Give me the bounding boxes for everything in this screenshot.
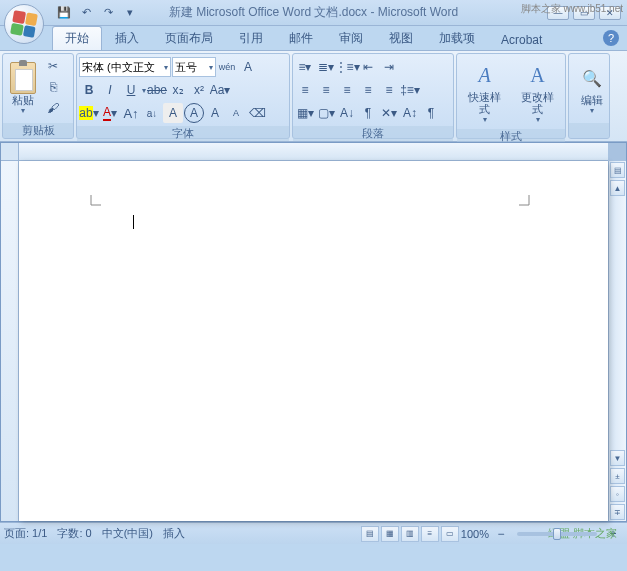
zoom-slider[interactable] <box>517 532 597 536</box>
vertical-scrollbar[interactable]: ▤ ▲ ▼ ± ◦ ∓ <box>608 161 626 521</box>
editing-button[interactable]: 🔍 编辑 ▾ <box>571 56 613 121</box>
watermark-text: 脚本之家 www.jb51.net <box>521 2 623 16</box>
align-left-button[interactable]: ≡ <box>295 80 315 100</box>
ruler-corner <box>1 143 19 161</box>
vertical-ruler[interactable] <box>1 161 19 521</box>
shrink-font-button[interactable]: a↓ <box>142 103 162 123</box>
status-page[interactable]: 页面: 1/1 <box>4 526 47 541</box>
tab-mail[interactable]: 邮件 <box>276 26 326 50</box>
paste-button[interactable]: 粘贴 ▾ <box>5 56 41 121</box>
group-paragraph: ≡▾ ≣▾ ⋮≡▾ ⇤ ⇥ ≡ ≡ ≡ ≡ ≡ ‡≡▾ ▦▾ ▢▾ <box>292 53 454 139</box>
enclosed-char-button[interactable]: A <box>184 103 204 123</box>
scroll-down-icon[interactable]: ▼ <box>610 450 625 466</box>
highlight-button[interactable]: ab▾ <box>79 103 99 123</box>
status-words[interactable]: 字数: 0 <box>57 526 91 541</box>
tab-addins[interactable]: 加载项 <box>426 26 488 50</box>
quick-styles-button[interactable]: A 快速样式 ▾ <box>459 56 510 127</box>
number-list-button[interactable]: ≣▾ <box>316 57 336 77</box>
view-print-layout-button[interactable]: ▤ <box>361 526 379 542</box>
grow-font-button[interactable]: A↑ <box>121 103 141 123</box>
qat-customize-icon[interactable]: ▾ <box>120 4 140 22</box>
quick-styles-label: 快速样式 <box>464 91 505 115</box>
view-fullscreen-button[interactable]: ▦ <box>381 526 399 542</box>
shading-button[interactable]: ▦▾ <box>295 103 315 123</box>
status-mode[interactable]: 插入 <box>163 526 185 541</box>
line-spacing-button[interactable]: ‡≡▾ <box>400 80 420 100</box>
justify-button[interactable]: ≡ <box>358 80 378 100</box>
ruler-toggle-icon[interactable]: ▤ <box>610 162 625 178</box>
status-language[interactable]: 中文(中国) <box>102 526 153 541</box>
change-case-button[interactable]: Aa▾ <box>210 80 230 100</box>
tab-home[interactable]: 开始 <box>52 26 102 50</box>
tab-acrobat[interactable]: Acrobat <box>488 29 555 50</box>
align-center-button[interactable]: ≡ <box>316 80 336 100</box>
font-size-select[interactable]: 五号 <box>172 57 216 77</box>
window-title: 新建 Microsoft Office Word 文档.docx - Micro… <box>169 4 458 21</box>
zoom-out-button[interactable]: − <box>491 524 511 544</box>
tab-view[interactable]: 视图 <box>376 26 426 50</box>
group-clipboard: 粘贴 ▾ ✂ ⎘ 🖌 剪贴板 <box>2 53 74 139</box>
quick-styles-icon: A <box>469 59 501 91</box>
change-styles-button[interactable]: A 更改样式 ▾ <box>512 56 563 127</box>
office-logo-icon <box>10 10 38 38</box>
bullet-list-button[interactable]: ≡▾ <box>295 57 315 77</box>
view-outline-button[interactable]: ≡ <box>421 526 439 542</box>
zoom-level[interactable]: 100% <box>461 528 489 540</box>
browse-object-icon[interactable]: ◦ <box>610 486 625 502</box>
ribbon-tabs: 开始 插入 页面布局 引用 邮件 审阅 视图 加载项 Acrobat ? <box>0 26 627 50</box>
status-bar: 页面: 1/1 字数: 0 中文(中国) 插入 ▤ ▦ ▥ ≡ ▭ 100% −… <box>0 522 627 544</box>
next-page-icon[interactable]: ∓ <box>610 504 625 520</box>
decrease-indent-button[interactable]: ⇤ <box>358 57 378 77</box>
help-button[interactable]: ? <box>603 30 619 46</box>
font-name-select[interactable]: 宋体 (中文正文 <box>79 57 171 77</box>
multilevel-list-button[interactable]: ⋮≡▾ <box>337 57 357 77</box>
sort-button[interactable]: A↓ <box>337 103 357 123</box>
strikethrough-button[interactable]: abe <box>147 80 167 100</box>
font-group-label: 字体 <box>77 126 289 141</box>
group-editing: 🔍 编辑 ▾ <box>568 53 610 139</box>
qat-undo-icon[interactable]: ↶ <box>76 4 96 22</box>
shrink-font-alt-button[interactable]: A <box>226 103 246 123</box>
prev-page-icon[interactable]: ± <box>610 468 625 484</box>
change-styles-label: 更改样式 <box>517 91 558 115</box>
tab-insert[interactable]: 插入 <box>102 26 152 50</box>
tab-references[interactable]: 引用 <box>226 26 276 50</box>
char-border-button[interactable]: A <box>238 57 258 77</box>
subscript-button[interactable]: x₂ <box>168 80 188 100</box>
char-shading-button[interactable]: A <box>163 103 183 123</box>
change-styles-icon: A <box>522 59 554 91</box>
view-web-button[interactable]: ▥ <box>401 526 419 542</box>
align-right-button[interactable]: ≡ <box>337 80 357 100</box>
para-marks-button[interactable]: ¶ <box>421 103 441 123</box>
underline-button[interactable]: U <box>121 80 141 100</box>
view-draft-button[interactable]: ▭ <box>441 526 459 542</box>
superscript-button[interactable]: x² <box>189 80 209 100</box>
scroll-up-icon[interactable]: ▲ <box>610 180 625 196</box>
format-painter-button[interactable]: 🖌 <box>43 98 63 118</box>
zoom-thumb[interactable] <box>553 528 561 540</box>
office-button[interactable] <box>4 4 44 44</box>
bold-button[interactable]: B <box>79 80 99 100</box>
cut-button[interactable]: ✂ <box>43 56 63 76</box>
tab-review[interactable]: 审阅 <box>326 26 376 50</box>
qat-save-icon[interactable]: 💾 <box>54 4 74 22</box>
qat-redo-icon[interactable]: ↷ <box>98 4 118 22</box>
asian-layout-button[interactable]: ✕▾ <box>379 103 399 123</box>
document-page[interactable] <box>19 161 608 521</box>
font-color-button[interactable]: A▾ <box>100 103 120 123</box>
increase-indent-button[interactable]: ⇥ <box>379 57 399 77</box>
clear-format-button[interactable]: ⌫ <box>247 103 267 123</box>
tab-layout[interactable]: 页面布局 <box>152 26 226 50</box>
sort-az-button[interactable]: A↕ <box>400 103 420 123</box>
distribute-button[interactable]: ≡ <box>379 80 399 100</box>
show-marks-button[interactable]: ¶ <box>358 103 378 123</box>
italic-button[interactable]: I <box>100 80 120 100</box>
grow-font-alt-button[interactable]: A <box>205 103 225 123</box>
scroll-track[interactable] <box>609 197 626 449</box>
quick-access-toolbar: 💾 ↶ ↷ ▾ <box>54 4 140 22</box>
pinyin-button[interactable]: wén <box>217 57 237 77</box>
borders-button[interactable]: ▢▾ <box>316 103 336 123</box>
document-area: ▤ ▲ ▼ ± ◦ ∓ <box>0 142 627 522</box>
horizontal-ruler[interactable] <box>19 143 608 161</box>
copy-button[interactable]: ⎘ <box>43 77 63 97</box>
